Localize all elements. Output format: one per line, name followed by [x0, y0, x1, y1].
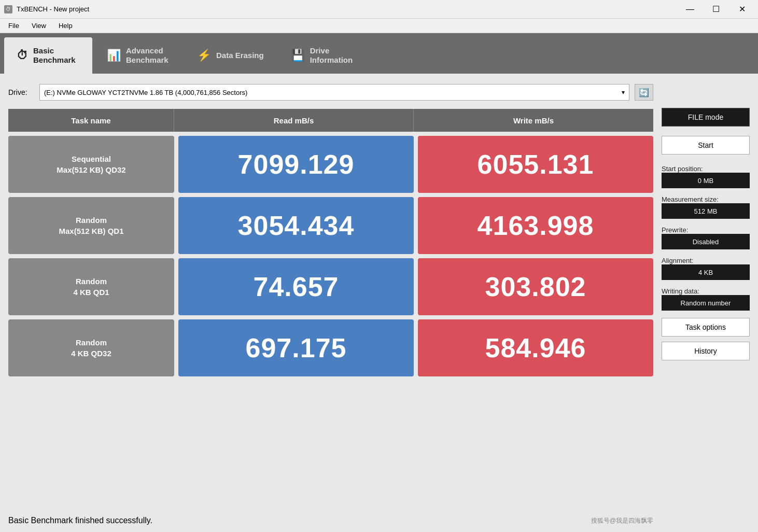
- dropdown-arrow-icon: ▾: [622, 89, 625, 96]
- data-erasing-label: Data Erasing: [216, 51, 264, 60]
- benchmark-rows: SequentialMax(512 KB) QD32 7099.129 6055…: [8, 136, 653, 507]
- measurement-size-label: Measurement size:: [662, 195, 750, 203]
- read-value-sequential: 7099.129: [178, 136, 414, 193]
- basic-benchmark-icon: ⏱: [17, 49, 28, 62]
- watermark: 搜狐号@我是四海飘零: [591, 516, 653, 525]
- writing-data-label: Writing data:: [662, 287, 750, 295]
- start-position-value: 0 MB: [662, 173, 750, 188]
- table-row: Random4 KB QD1 74.657 303.802: [8, 258, 653, 315]
- menu-help[interactable]: Help: [52, 20, 79, 32]
- app-icon: ⏱: [4, 5, 12, 13]
- tab-data-erasing[interactable]: ⚡ Data Erasing: [185, 37, 276, 74]
- write-value-random-4kb-qd32: 584.946: [418, 319, 653, 376]
- task-options-button[interactable]: Task options: [662, 318, 750, 337]
- window-title: TxBENCH - New project: [17, 5, 89, 13]
- alignment-label: Alignment:: [662, 257, 750, 264]
- minimize-button[interactable]: —: [678, 2, 702, 17]
- title-bar: ⏱ TxBENCH - New project — ☐ ✕: [0, 0, 758, 19]
- refresh-icon: 🔄: [639, 88, 649, 97]
- title-bar-left: ⏱ TxBENCH - New project: [4, 5, 89, 13]
- prewrite-label: Prewrite:: [662, 226, 750, 234]
- left-panel: Drive: (E:) NVMe GLOWAY YCT2TNVMe 1.86 T…: [8, 82, 653, 528]
- right-panel: FILE mode Start Start position: 0 MB Mea…: [662, 82, 750, 528]
- measurement-size-value: 512 MB: [662, 203, 750, 219]
- main-content: Drive: (E:) NVMe GLOWAY YCT2TNVMe 1.86 T…: [0, 74, 758, 532]
- data-erasing-icon: ⚡: [197, 49, 211, 62]
- maximize-button[interactable]: ☐: [704, 2, 728, 17]
- drive-label: Drive:: [8, 88, 34, 96]
- table-row: RandomMax(512 KB) QD1 3054.434 4163.998: [8, 197, 653, 254]
- prewrite-value: Disabled: [662, 234, 750, 249]
- history-button[interactable]: History: [662, 342, 750, 360]
- tab-basic-benchmark[interactable]: ⏱ BasicBenchmark: [4, 37, 92, 74]
- window-controls: — ☐ ✕: [678, 2, 754, 17]
- drive-information-label: DriveInformation: [310, 46, 353, 65]
- read-value-random-4kb-qd32: 697.175: [178, 319, 414, 376]
- read-value-random-512kb: 3054.434: [178, 197, 414, 254]
- advanced-benchmark-label: AdvancedBenchmark: [126, 46, 169, 65]
- task-name-random-512kb: RandomMax(512 KB) QD1: [8, 197, 174, 254]
- menu-file[interactable]: File: [2, 20, 25, 32]
- task-name-sequential: SequentialMax(512 KB) QD32: [8, 136, 174, 193]
- task-name-random-4kb-qd1: Random4 KB QD1: [8, 258, 174, 315]
- advanced-benchmark-icon: 📊: [107, 49, 121, 62]
- tab-bar: ⏱ BasicBenchmark 📊 AdvancedBenchmark ⚡ D…: [0, 33, 758, 74]
- drive-information-icon: 💾: [291, 49, 305, 62]
- close-button[interactable]: ✕: [730, 2, 754, 17]
- basic-benchmark-label: BasicBenchmark: [33, 46, 76, 65]
- start-button[interactable]: Start: [662, 136, 750, 155]
- tab-drive-information[interactable]: 💾 DriveInformation: [278, 37, 367, 74]
- header-task-name: Task name: [8, 109, 174, 132]
- drive-select[interactable]: (E:) NVMe GLOWAY YCT2TNVMe 1.86 TB (4,00…: [39, 84, 629, 101]
- menu-view[interactable]: View: [25, 20, 52, 32]
- header-read: Read mB/s: [174, 109, 414, 132]
- start-position-label: Start position:: [662, 165, 750, 173]
- write-value-random-4kb-qd1: 303.802: [418, 258, 653, 315]
- drive-row: Drive: (E:) NVMe GLOWAY YCT2TNVMe 1.86 T…: [8, 82, 653, 103]
- status-message: Basic Benchmark finished successfully.: [8, 516, 152, 525]
- table-row: SequentialMax(512 KB) QD32 7099.129 6055…: [8, 136, 653, 193]
- write-value-sequential: 6055.131: [418, 136, 653, 193]
- menu-bar: File View Help: [0, 19, 758, 33]
- alignment-value: 4 KB: [662, 264, 750, 280]
- task-name-random-4kb-qd32: Random4 KB QD32: [8, 319, 174, 376]
- benchmark-table: Task name Read mB/s Write mB/s Sequentia…: [8, 109, 653, 507]
- drive-refresh-button[interactable]: 🔄: [635, 84, 653, 101]
- header-write: Write mB/s: [414, 109, 653, 132]
- tab-advanced-benchmark[interactable]: 📊 AdvancedBenchmark: [94, 37, 183, 74]
- read-value-random-4kb-qd1: 74.657: [178, 258, 414, 315]
- file-mode-button[interactable]: FILE mode: [662, 108, 750, 127]
- table-header: Task name Read mB/s Write mB/s: [8, 109, 653, 132]
- writing-data-value: Random number: [662, 295, 750, 311]
- drive-select-value: (E:) NVMe GLOWAY YCT2TNVMe 1.86 TB (4,00…: [44, 89, 247, 96]
- write-value-random-512kb: 4163.998: [418, 197, 653, 254]
- status-bar: Basic Benchmark finished successfully. 搜…: [8, 513, 653, 528]
- table-row: Random4 KB QD32 697.175 584.946: [8, 319, 653, 376]
